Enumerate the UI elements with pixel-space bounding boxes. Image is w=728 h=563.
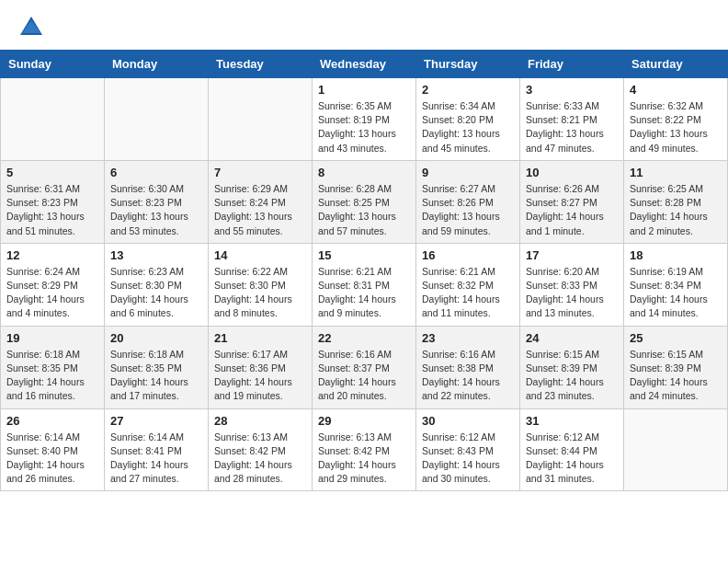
- table-row: 19Sunrise: 6:18 AM Sunset: 8:35 PM Dayli…: [1, 326, 105, 408]
- day-number: 4: [630, 83, 722, 97]
- day-info: Sunrise: 6:31 AM Sunset: 8:23 PM Dayligh…: [6, 182, 98, 238]
- day-info: Sunrise: 6:19 AM Sunset: 8:34 PM Dayligh…: [630, 265, 722, 321]
- day-info: Sunrise: 6:35 AM Sunset: 8:19 PM Dayligh…: [318, 99, 410, 155]
- col-header-thursday: Thursday: [416, 51, 520, 78]
- table-row: 30Sunrise: 6:12 AM Sunset: 8:43 PM Dayli…: [416, 408, 520, 491]
- day-info: Sunrise: 6:28 AM Sunset: 8:25 PM Dayligh…: [318, 182, 410, 238]
- day-info: Sunrise: 6:34 AM Sunset: 8:20 PM Dayligh…: [422, 99, 514, 155]
- day-info: Sunrise: 6:14 AM Sunset: 8:41 PM Dayligh…: [110, 431, 202, 487]
- day-info: Sunrise: 6:27 AM Sunset: 8:26 PM Dayligh…: [422, 182, 514, 238]
- table-row: 14Sunrise: 6:22 AM Sunset: 8:30 PM Dayli…: [209, 243, 313, 326]
- day-number: 31: [526, 414, 618, 428]
- table-row: 18Sunrise: 6:19 AM Sunset: 8:34 PM Dayli…: [624, 243, 728, 326]
- calendar-week-row: 19Sunrise: 6:18 AM Sunset: 8:35 PM Dayli…: [1, 326, 728, 408]
- day-number: 10: [526, 166, 618, 179]
- day-info: Sunrise: 6:17 AM Sunset: 8:36 PM Dayligh…: [214, 348, 306, 404]
- day-info: Sunrise: 6:25 AM Sunset: 8:28 PM Dayligh…: [630, 182, 722, 238]
- col-header-wednesday: Wednesday: [313, 51, 416, 78]
- day-number: 15: [318, 248, 410, 262]
- calendar-week-row: 12Sunrise: 6:24 AM Sunset: 8:29 PM Dayli…: [1, 243, 728, 326]
- day-info: Sunrise: 6:12 AM Sunset: 8:44 PM Dayligh…: [526, 431, 618, 487]
- day-number: 11: [630, 166, 722, 179]
- day-info: Sunrise: 6:13 AM Sunset: 8:42 PM Dayligh…: [214, 431, 306, 487]
- col-header-monday: Monday: [105, 51, 209, 78]
- table-row: 27Sunrise: 6:14 AM Sunset: 8:41 PM Dayli…: [105, 408, 209, 491]
- day-info: Sunrise: 6:16 AM Sunset: 8:37 PM Dayligh…: [318, 348, 410, 404]
- logo-icon: [18, 15, 44, 40]
- table-row: [105, 78, 209, 161]
- table-row: 11Sunrise: 6:25 AM Sunset: 8:28 PM Dayli…: [624, 160, 728, 243]
- table-row: 25Sunrise: 6:15 AM Sunset: 8:39 PM Dayli…: [624, 326, 728, 408]
- table-row: [1, 78, 105, 161]
- calendar-header-row: SundayMondayTuesdayWednesdayThursdayFrid…: [1, 51, 728, 78]
- day-number: 28: [214, 414, 306, 428]
- table-row: 6Sunrise: 6:30 AM Sunset: 8:23 PM Daylig…: [105, 160, 209, 243]
- table-row: 16Sunrise: 6:21 AM Sunset: 8:32 PM Dayli…: [416, 243, 520, 326]
- day-number: 3: [526, 83, 618, 97]
- table-row: 28Sunrise: 6:13 AM Sunset: 8:42 PM Dayli…: [209, 408, 313, 491]
- table-row: 12Sunrise: 6:24 AM Sunset: 8:29 PM Dayli…: [1, 243, 105, 326]
- day-number: 2: [422, 83, 514, 97]
- day-number: 24: [526, 331, 618, 345]
- logo: [18, 15, 48, 40]
- table-row: [209, 78, 313, 161]
- table-row: 8Sunrise: 6:28 AM Sunset: 8:25 PM Daylig…: [313, 160, 416, 243]
- col-header-sunday: Sunday: [1, 51, 105, 78]
- table-row: 7Sunrise: 6:29 AM Sunset: 8:24 PM Daylig…: [209, 160, 313, 243]
- table-row: 31Sunrise: 6:12 AM Sunset: 8:44 PM Dayli…: [520, 408, 624, 491]
- day-info: Sunrise: 6:13 AM Sunset: 8:42 PM Dayligh…: [318, 431, 410, 487]
- table-row: 21Sunrise: 6:17 AM Sunset: 8:36 PM Dayli…: [209, 326, 313, 408]
- table-row: 5Sunrise: 6:31 AM Sunset: 8:23 PM Daylig…: [1, 160, 105, 243]
- day-info: Sunrise: 6:24 AM Sunset: 8:29 PM Dayligh…: [6, 265, 98, 321]
- day-info: Sunrise: 6:32 AM Sunset: 8:22 PM Dayligh…: [630, 99, 722, 155]
- day-number: 7: [214, 166, 306, 179]
- day-number: 27: [110, 414, 202, 428]
- day-info: Sunrise: 6:15 AM Sunset: 8:39 PM Dayligh…: [526, 348, 618, 404]
- table-row: 1Sunrise: 6:35 AM Sunset: 8:19 PM Daylig…: [313, 78, 416, 161]
- day-number: 17: [526, 248, 618, 262]
- table-row: 20Sunrise: 6:18 AM Sunset: 8:35 PM Dayli…: [105, 326, 209, 408]
- day-number: 23: [422, 331, 514, 345]
- calendar-week-row: 26Sunrise: 6:14 AM Sunset: 8:40 PM Dayli…: [1, 408, 728, 491]
- day-info: Sunrise: 6:22 AM Sunset: 8:30 PM Dayligh…: [214, 265, 306, 321]
- calendar-week-row: 5Sunrise: 6:31 AM Sunset: 8:23 PM Daylig…: [1, 160, 728, 243]
- day-number: 8: [318, 166, 410, 179]
- page-header: [0, 0, 728, 50]
- table-row: 2Sunrise: 6:34 AM Sunset: 8:20 PM Daylig…: [416, 78, 520, 161]
- day-number: 14: [214, 248, 306, 262]
- col-header-tuesday: Tuesday: [209, 51, 313, 78]
- day-number: 29: [318, 414, 410, 428]
- day-number: 9: [422, 166, 514, 179]
- table-row: 29Sunrise: 6:13 AM Sunset: 8:42 PM Dayli…: [313, 408, 416, 491]
- col-header-friday: Friday: [520, 51, 624, 78]
- day-info: Sunrise: 6:15 AM Sunset: 8:39 PM Dayligh…: [630, 348, 722, 404]
- table-row: 23Sunrise: 6:16 AM Sunset: 8:38 PM Dayli…: [416, 326, 520, 408]
- day-number: 25: [630, 331, 722, 345]
- table-row: 15Sunrise: 6:21 AM Sunset: 8:31 PM Dayli…: [313, 243, 416, 326]
- table-row: 4Sunrise: 6:32 AM Sunset: 8:22 PM Daylig…: [624, 78, 728, 161]
- table-row: [624, 408, 728, 491]
- day-info: Sunrise: 6:23 AM Sunset: 8:30 PM Dayligh…: [110, 265, 202, 321]
- day-number: 20: [110, 331, 202, 345]
- table-row: 17Sunrise: 6:20 AM Sunset: 8:33 PM Dayli…: [520, 243, 624, 326]
- day-number: 16: [422, 248, 514, 262]
- day-number: 6: [110, 166, 202, 179]
- day-number: 12: [6, 248, 98, 262]
- day-info: Sunrise: 6:16 AM Sunset: 8:38 PM Dayligh…: [422, 348, 514, 404]
- day-number: 1: [318, 83, 410, 97]
- day-info: Sunrise: 6:21 AM Sunset: 8:31 PM Dayligh…: [318, 265, 410, 321]
- day-number: 26: [6, 414, 98, 428]
- day-number: 18: [630, 248, 722, 262]
- day-number: 13: [110, 248, 202, 262]
- day-info: Sunrise: 6:14 AM Sunset: 8:40 PM Dayligh…: [6, 431, 98, 487]
- table-row: 3Sunrise: 6:33 AM Sunset: 8:21 PM Daylig…: [520, 78, 624, 161]
- calendar-table: SundayMondayTuesdayWednesdayThursdayFrid…: [0, 50, 728, 491]
- day-info: Sunrise: 6:33 AM Sunset: 8:21 PM Dayligh…: [526, 99, 618, 155]
- table-row: 22Sunrise: 6:16 AM Sunset: 8:37 PM Dayli…: [313, 326, 416, 408]
- day-info: Sunrise: 6:18 AM Sunset: 8:35 PM Dayligh…: [6, 348, 98, 404]
- day-info: Sunrise: 6:21 AM Sunset: 8:32 PM Dayligh…: [422, 265, 514, 321]
- day-number: 5: [6, 166, 98, 179]
- svg-marker-1: [22, 20, 40, 33]
- day-info: Sunrise: 6:12 AM Sunset: 8:43 PM Dayligh…: [422, 431, 514, 487]
- table-row: 10Sunrise: 6:26 AM Sunset: 8:27 PM Dayli…: [520, 160, 624, 243]
